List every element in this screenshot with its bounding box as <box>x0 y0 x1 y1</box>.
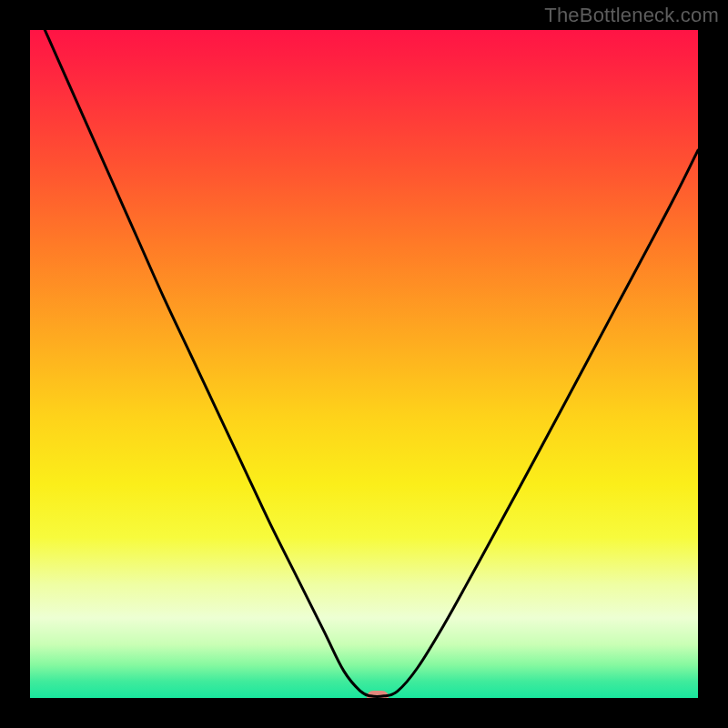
curve-path <box>30 30 698 696</box>
bottleneck-curve <box>30 30 698 698</box>
plot-area <box>30 30 698 698</box>
chart-frame: TheBottleneck.com <box>0 0 728 728</box>
watermark-text: TheBottleneck.com <box>544 4 719 27</box>
